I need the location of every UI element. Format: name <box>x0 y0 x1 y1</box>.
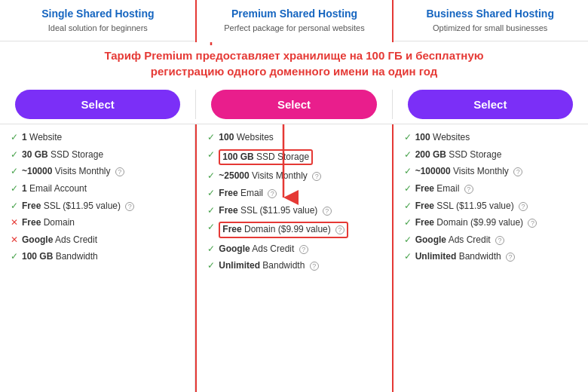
feature-number: Unlimited <box>415 251 457 262</box>
feature-number: Google <box>22 234 53 245</box>
feature-label: SSL ($11.95 value) <box>238 205 318 216</box>
feature-number: Google <box>415 234 446 245</box>
select-premium-button[interactable]: Select <box>211 90 376 119</box>
plan-single-subtitle: Ideal solution for beginners <box>9 23 187 33</box>
check-icon: ✓ <box>207 205 215 217</box>
feature-number: 100 GB <box>22 251 53 262</box>
check-icon: ✓ <box>11 166 18 178</box>
feature-label: SSL ($11.95 value) <box>41 201 121 211</box>
check-icon: ✓ <box>207 260 215 272</box>
check-icon: ✓ <box>207 132 215 144</box>
feature-label: SSD Storage <box>254 152 309 162</box>
info-icon[interactable]: ? <box>495 236 504 245</box>
feature-number: 1 <box>22 183 27 194</box>
info-icon[interactable]: ? <box>115 167 124 176</box>
feature-label: Email Account <box>27 183 87 194</box>
feature-label: Websites <box>234 132 273 142</box>
info-icon[interactable]: ? <box>335 225 345 234</box>
feature-premium-visits: ✓ ~25000 Visits Monthly ? <box>207 170 381 182</box>
feature-business-bandwidth: ✓ Unlimited Bandwidth ? <box>404 251 577 263</box>
feature-label: Ads Credit <box>446 234 491 245</box>
check-icon: ✓ <box>11 132 18 144</box>
select-col-single: Select <box>0 90 196 119</box>
feature-label: Visits Monthly <box>250 170 308 181</box>
plan-premium-subtitle: Perfect package for personal websites <box>206 23 384 33</box>
info-icon[interactable]: ? <box>528 219 537 228</box>
page-wrapper: Single Shared Hosting Ideal solution for… <box>0 0 588 392</box>
feature-business-websites: ✓ 100 Websites <box>404 132 577 144</box>
plan-business-header: Business Shared Hosting Optimized for sm… <box>392 0 588 41</box>
feature-label: Ads Credit <box>250 243 295 254</box>
feature-number: Unlimited <box>219 260 260 271</box>
plan-business-subtitle: Optimized for small businesses <box>401 23 579 33</box>
feature-label: Website <box>27 132 62 142</box>
feature-number: 200 GB <box>415 149 446 160</box>
info-icon[interactable]: ? <box>299 245 308 254</box>
check-icon: ✓ <box>207 170 215 182</box>
plans-header: Single Shared Hosting Ideal solution for… <box>0 0 588 41</box>
select-business-button[interactable]: Select <box>408 90 573 119</box>
feature-label: Ads Credit <box>53 234 97 245</box>
feature-single-visits: ✓ ~10000 Visits Monthly ? <box>11 166 184 178</box>
info-icon[interactable]: ? <box>268 189 277 198</box>
feature-label: SSD Storage <box>48 149 103 160</box>
feature-single-email: ✓ 1 Email Account <box>11 183 184 195</box>
feature-label: Visits Monthly <box>52 166 110 176</box>
check-icon: ✓ <box>207 188 215 200</box>
feature-label: Domain ($9.99 value) <box>242 224 331 234</box>
feature-number: Google <box>219 243 250 254</box>
feature-premium-websites: ✓ 100 Websites <box>207 132 381 144</box>
feature-number: 100 GB <box>222 152 253 162</box>
info-icon[interactable]: ? <box>506 253 515 262</box>
info-icon[interactable]: ? <box>464 185 473 194</box>
check-icon: ✓ <box>11 251 18 263</box>
feature-label: Bandwidth <box>260 260 305 271</box>
select-col-premium: Select <box>196 90 392 119</box>
info-icon[interactable]: ? <box>513 167 522 176</box>
info-icon[interactable]: ? <box>125 202 134 211</box>
feature-number: 1 <box>22 132 27 142</box>
feature-business-ssl: ✓ Free SSL ($11.95 value) ? <box>404 201 577 213</box>
check-icon: ✓ <box>11 201 18 213</box>
feature-single-domain: ✕ Free Domain <box>11 217 184 229</box>
feature-single-bandwidth: ✓ 100 GB Bandwidth <box>11 251 184 263</box>
feature-label: Bandwidth <box>456 251 501 262</box>
feature-single-ssl: ✓ Free SSL ($11.95 value) ? <box>11 201 184 213</box>
check-icon: ✓ <box>404 166 412 178</box>
feature-number: ~100000 <box>415 166 451 176</box>
feature-col-business: ✓ 100 Websites ✓ 200 GB SSD Storage ✓ ~1… <box>394 124 588 392</box>
info-icon[interactable]: ? <box>310 262 319 271</box>
feature-business-storage: ✓ 200 GB SSD Storage <box>404 149 577 161</box>
annotation-band: Тариф Premium предоставляет хранилище на… <box>0 41 588 85</box>
check-icon: ✓ <box>404 183 412 195</box>
feature-label: Email <box>434 183 459 194</box>
feature-number: ~10000 <box>22 166 52 176</box>
feature-premium-storage: ✓ 100 GB SSD Storage <box>207 149 381 166</box>
check-icon: ✓ <box>207 243 215 256</box>
plan-premium-header: Premium Shared Hosting Perfect package f… <box>195 0 394 42</box>
feature-single-websites: ✓ 1 Website <box>11 132 184 144</box>
feature-premium-ads: ✓ Google Ads Credit ? <box>207 243 381 256</box>
feature-premium-bandwidth: ✓ Unlimited Bandwidth ? <box>207 260 381 272</box>
check-icon: ✓ <box>404 234 412 247</box>
feature-free: Free <box>22 217 41 228</box>
feature-number: 100 <box>219 132 234 142</box>
plan-premium-title: Premium Shared Hosting <box>206 8 384 20</box>
check-icon: ✓ <box>11 149 18 161</box>
feature-label: Visits Monthly <box>451 166 509 176</box>
select-single-button[interactable]: Select <box>15 90 180 119</box>
feature-premium-ssl: ✓ Free SSL ($11.95 value) ? <box>207 205 381 217</box>
info-icon[interactable]: ? <box>323 207 332 216</box>
feature-col-single: ✓ 1 Website ✓ 30 GB SSD Storage ✓ ~10000… <box>0 124 195 392</box>
feature-single-storage: ✓ 30 GB SSD Storage <box>11 149 184 161</box>
feature-free: Free <box>219 188 237 198</box>
feature-business-visits: ✓ ~100000 Visits Monthly ? <box>404 166 577 178</box>
feature-number: ~25000 <box>219 170 249 181</box>
feature-number: 100 <box>415 132 430 142</box>
feature-label: Email <box>238 188 263 198</box>
feature-free: Free <box>22 201 41 211</box>
info-icon[interactable]: ? <box>312 172 321 181</box>
check-icon: ✓ <box>207 222 215 234</box>
info-icon[interactable]: ? <box>519 202 528 211</box>
plan-single-header: Single Shared Hosting Ideal solution for… <box>0 0 197 41</box>
